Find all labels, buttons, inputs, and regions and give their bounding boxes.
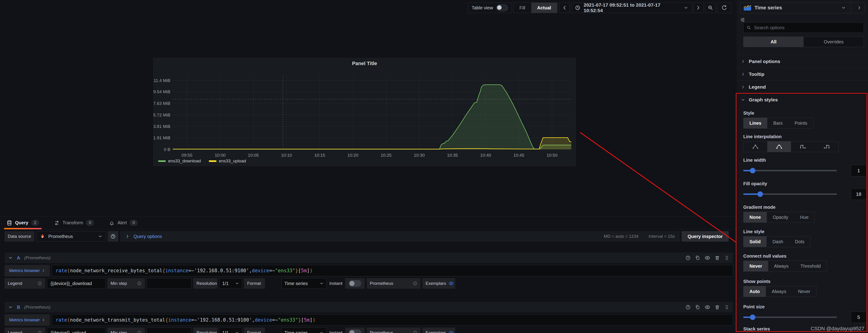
datasource-help-button[interactable] [108, 231, 118, 242]
grip-dots-icon [724, 304, 730, 310]
min-step-input[interactable] [147, 278, 191, 289]
time-back-button[interactable] [559, 2, 570, 13]
points-auto-option[interactable]: Auto [744, 286, 766, 297]
points-never-option[interactable]: Never [792, 286, 816, 297]
instant-toggle[interactable] [345, 328, 365, 333]
metrics-browser-button[interactable]: Metrics browser [5, 314, 50, 326]
zoom-out-button[interactable] [705, 2, 716, 13]
query-a-header[interactable]: A (Prometheus) [5, 252, 733, 263]
format-select[interactable]: Time series [281, 278, 327, 289]
style-option-bars[interactable]: Bars [767, 118, 788, 128]
nulls-always-option[interactable]: Always [768, 261, 795, 271]
resolution-select[interactable]: 1/1 [219, 278, 242, 289]
query-help-button[interactable] [685, 255, 691, 261]
drag-handle[interactable] [724, 304, 730, 310]
line-width-slider[interactable] [743, 170, 837, 171]
interp-step-after-option[interactable] [815, 141, 839, 152]
query-help-button[interactable] [685, 304, 691, 310]
line-style-dash-option[interactable]: Dash [767, 236, 789, 247]
info-icon[interactable] [413, 331, 417, 333]
fill-opacity-value[interactable]: 18 [851, 188, 866, 200]
table-view-toggle[interactable] [496, 4, 508, 11]
gradient-none-option[interactable]: None [744, 212, 767, 222]
duplicate-query-button[interactable] [695, 304, 700, 310]
help-icon [685, 304, 691, 310]
info-icon[interactable] [413, 281, 417, 286]
line-style-group: Solid Dash Dots [743, 236, 811, 247]
slider-knob[interactable] [750, 314, 755, 320]
refresh-button[interactable] [717, 2, 732, 13]
point-size-slider[interactable] [743, 316, 837, 318]
collapse-pane-button[interactable] [854, 2, 864, 13]
info-icon[interactable] [137, 331, 142, 333]
gradient-opacity-option[interactable]: Opacity [767, 212, 794, 222]
nulls-never-option[interactable]: Never [744, 261, 768, 271]
datasource-picker[interactable]: Prometheus [36, 231, 106, 242]
resolution-select[interactable]: 1/1 [219, 328, 242, 333]
section-legend[interactable]: Legend [737, 81, 868, 93]
toggle-visibility-button[interactable] [705, 255, 710, 261]
interp-linear-option[interactable] [744, 141, 767, 152]
visualization-picker[interactable]: Time series [740, 2, 865, 13]
section-panel-options[interactable]: Panel options [737, 55, 868, 68]
toggle-visibility-button[interactable] [705, 304, 710, 310]
promql-expression-input[interactable]: rate(node_network_receive_bytes_total{in… [52, 265, 733, 276]
slider-knob[interactable] [750, 168, 755, 173]
section-tooltip[interactable]: Tooltip [737, 68, 868, 81]
exemplars-eye-icon[interactable] [448, 281, 454, 286]
options-sections: Panel options Tooltip Legend Graph style… [737, 55, 868, 333]
fill-opacity-slider[interactable] [743, 193, 837, 195]
interp-smooth-option[interactable] [767, 141, 791, 152]
delete-query-button[interactable] [714, 304, 720, 310]
tab-query[interactable]: Query 2 [4, 216, 41, 229]
transform-count-badge: 0 [86, 220, 94, 226]
style-option-lines[interactable]: Lines [744, 118, 767, 128]
point-size-value[interactable]: 5 [851, 311, 866, 323]
time-range-picker[interactable]: 2021-07-17 09:52:51 to 2021-07-17 10:52:… [571, 2, 692, 13]
fill-option[interactable]: Fill [514, 3, 531, 13]
legend-input[interactable]: {{device}}_upload [47, 328, 105, 333]
line-style-dots-option[interactable]: Dots [789, 236, 810, 247]
drag-handle[interactable] [724, 255, 730, 261]
instant-toggle[interactable] [345, 278, 365, 289]
info-icon[interactable] [37, 281, 42, 286]
filter-tab-all[interactable]: All [744, 37, 804, 47]
gradient-hue-option[interactable]: Hue [794, 212, 814, 222]
query-inspector-button[interactable]: Query inspector [682, 231, 728, 242]
query-options-collapser[interactable]: Query options MD = auto = 1234 Interval … [120, 231, 680, 242]
metrics-browser-button[interactable]: Metrics browser [5, 265, 50, 276]
time-forward-button[interactable] [693, 2, 704, 13]
interp-step-before-option[interactable] [791, 141, 815, 152]
svg-text:10:40: 10:40 [480, 153, 491, 158]
legend-input[interactable]: {{device}}_download [47, 278, 105, 289]
options-search-input[interactable] [753, 25, 861, 31]
section-graph-styles[interactable]: Graph styles [737, 93, 868, 106]
line-width-value[interactable]: 1 [851, 165, 866, 176]
grip-dots-icon [724, 255, 730, 261]
legend-item-upload[interactable]: ens33_upload [209, 158, 246, 163]
filter-tab-overrides[interactable]: Overrides [804, 37, 864, 47]
min-step-input[interactable] [147, 328, 191, 333]
trash-icon [714, 304, 720, 310]
slider-knob[interactable] [757, 191, 763, 197]
format-select[interactable]: Time series [281, 328, 327, 333]
time-series-chart[interactable]: 09:5510:0010:0510:1010:1510:2010:2510:30… [154, 58, 576, 166]
info-icon[interactable] [137, 281, 142, 286]
exemplars-eye-icon[interactable] [448, 330, 454, 333]
promql-expression-input[interactable]: rate(node_network_transmit_bytes_total{i… [52, 314, 733, 326]
tab-transform[interactable]: Transform 0 [52, 216, 96, 229]
fill-actual-switch: Fill Actual [513, 2, 557, 13]
delete-query-button[interactable] [714, 255, 720, 261]
points-always-option[interactable]: Always [766, 286, 792, 297]
info-icon[interactable] [37, 331, 42, 333]
actual-option[interactable]: Actual [531, 3, 557, 13]
duplicate-query-button[interactable] [695, 255, 700, 261]
style-option-points[interactable]: Points [788, 118, 813, 128]
pane-options-icon[interactable] [740, 17, 745, 22]
legend-item-download[interactable]: ens33_download [158, 158, 201, 163]
line-style-solid-option[interactable]: Solid [744, 236, 767, 247]
tab-alert[interactable]: Alert 0 [106, 216, 140, 229]
style-label: Style [743, 111, 866, 116]
query-b-header[interactable]: B (Prometheus) [5, 302, 733, 312]
nulls-threshold-option[interactable]: Threshold [795, 261, 827, 271]
